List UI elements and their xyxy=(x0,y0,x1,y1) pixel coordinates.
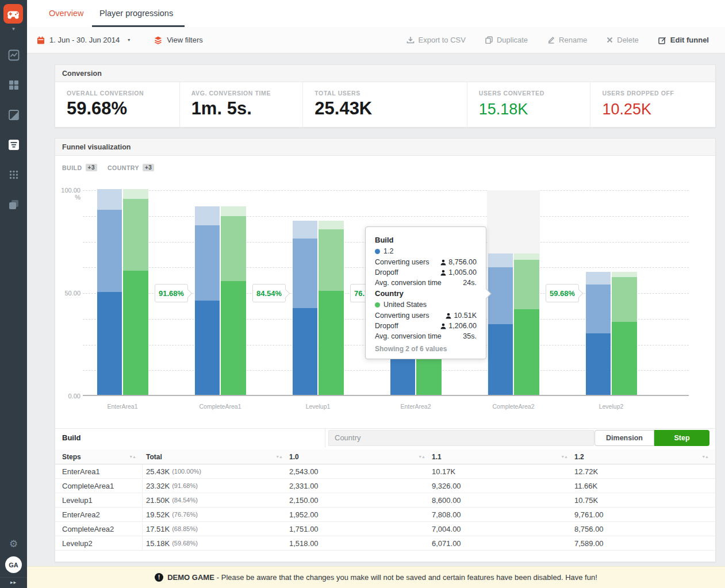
cell-step: Levelup1 xyxy=(55,493,143,507)
chip-country-badge[interactable]: +3 xyxy=(143,164,154,171)
total-value: 21.50K xyxy=(146,496,170,505)
export-csv-button[interactable]: Export to CSV xyxy=(406,36,466,44)
conversion-card: Conversion OVERALL CONVERSION59.68%AVG. … xyxy=(55,64,716,128)
country-bar-segment[interactable] xyxy=(612,277,637,322)
conversion-stat-1: OVERALL CONVERSION59.68% xyxy=(55,82,180,128)
build-bar-segment[interactable] xyxy=(293,221,317,238)
country-bar-segment[interactable] xyxy=(221,216,246,281)
sort-icon[interactable]: ▼▲ xyxy=(275,455,282,459)
sort-icon[interactable]: ▼▲ xyxy=(561,455,567,459)
table-row[interactable]: CompleteArea123.32K(91.68%)2,331.009,326… xyxy=(55,479,715,493)
dimension-tab-country[interactable]: Country xyxy=(328,430,594,446)
build-bar-segment[interactable] xyxy=(586,285,611,333)
build-bar-segment[interactable] xyxy=(195,301,220,395)
country-bar-segment[interactable] xyxy=(612,322,637,395)
sidebar-expand-icon[interactable]: ▸▸ xyxy=(0,579,27,585)
build-bar-segment[interactable] xyxy=(195,206,220,225)
build-bar-segment[interactable] xyxy=(586,272,611,284)
build-bar-segment[interactable] xyxy=(293,239,317,308)
series-color-dot xyxy=(375,249,380,254)
sort-icon[interactable]: ▼▲ xyxy=(701,455,708,459)
metric-value-text: 10.51K xyxy=(454,312,477,320)
sidebar-item-analytics[interactable] xyxy=(7,48,20,62)
tooltip-metric-row: Avg. conversion time35s. xyxy=(375,332,477,340)
country-bar-segment[interactable] xyxy=(221,206,246,216)
app-root: ▼ xyxy=(0,0,725,588)
metric-label: Avg. conversion time xyxy=(375,332,442,340)
country-bar-segment[interactable] xyxy=(221,281,246,395)
dimension-tab-build[interactable]: Build xyxy=(55,429,325,447)
cell-step: EnterArea2 xyxy=(55,508,143,521)
date-range-picker[interactable]: 1. Jun - 30. Jun 2014 ▾ xyxy=(37,36,130,44)
country-bar-segment[interactable] xyxy=(123,199,148,271)
sort-icon[interactable]: ▼▲ xyxy=(418,455,425,459)
build-bar-segment[interactable] xyxy=(586,333,611,395)
metric-value: 8,756.00 xyxy=(440,258,477,266)
table-row[interactable]: EnterArea219.52K(76.76%)1,952.007,808.00… xyxy=(55,508,715,522)
cell-build-1-2: 8,756.00 xyxy=(574,522,715,536)
stat-value: 25.43K xyxy=(314,98,467,119)
table-row[interactable]: CompleteArea217.51K(68.85%)1,751.007,004… xyxy=(55,522,715,536)
table-row[interactable]: EnterArea125.43K(100.00%)2,543.0010.17K1… xyxy=(55,464,715,479)
game-app-icon[interactable] xyxy=(3,4,23,24)
sidebar-item-dashboards[interactable] xyxy=(7,78,20,91)
conversion-stat-5: USERS DROPPED OFF10.25K xyxy=(590,82,715,128)
chip-build-badge[interactable]: +3 xyxy=(86,164,97,171)
metric-value: 10.51K xyxy=(446,312,477,320)
rename-label: Rename xyxy=(559,36,587,44)
ga-logo[interactable]: GA xyxy=(5,556,22,573)
demo-notice-bar: ! DEMO GAME - Please be aware that the c… xyxy=(27,566,725,588)
table-row[interactable]: Levelup121.50K(84.54%)2,150.008,600.0010… xyxy=(55,493,715,508)
funnel-card: Funnel visualization BUILD +3 COUNTRY +3… xyxy=(55,138,716,562)
toggle-dimension-button[interactable]: Dimension xyxy=(594,430,654,446)
build-bar-segment[interactable] xyxy=(97,189,122,210)
person-icon xyxy=(440,259,446,266)
stat-value: 15.18K xyxy=(479,101,590,118)
sidebar-item-reports[interactable] xyxy=(7,198,20,211)
build-bar-segment[interactable] xyxy=(97,292,122,395)
analytics-icon xyxy=(7,49,20,62)
value: 12.72K xyxy=(574,467,598,476)
toggle-step-button[interactable]: Step xyxy=(654,430,709,446)
sidebar-item-funnels-active[interactable] xyxy=(7,138,20,151)
series-color-dot xyxy=(375,302,380,308)
country-bar-segment[interactable] xyxy=(123,189,148,199)
funnel-toolbar: 1. Jun - 30. Jun 2014 ▾ View filters Exp… xyxy=(27,27,725,53)
table-row[interactable]: Levelup215.18K(59.68%)1,518.006,071.007,… xyxy=(55,536,715,551)
build-bar-segment[interactable] xyxy=(293,308,317,395)
cell-build-1-2: 11.66K xyxy=(574,479,715,493)
total-value: 15.18K xyxy=(146,539,170,548)
build-bar-segment[interactable] xyxy=(488,324,513,395)
table-header-steps: Steps▼▲ xyxy=(55,449,143,464)
tab-player-progressions[interactable]: Player progressions xyxy=(99,0,173,27)
build-bar-segment[interactable] xyxy=(97,210,122,292)
country-bar-segment[interactable] xyxy=(514,260,539,310)
delete-button[interactable]: Delete xyxy=(607,36,639,44)
country-bar-segment[interactable] xyxy=(319,229,344,291)
y-tick-50: 50.00 xyxy=(55,290,80,297)
sidebar-item-explore[interactable] xyxy=(7,108,20,121)
view-filters-button[interactable]: View filters xyxy=(154,36,203,44)
cell-total: 23.32K(91.68%) xyxy=(143,479,289,493)
build-bar-segment[interactable] xyxy=(488,253,513,268)
total-percent: (100.00%) xyxy=(172,468,201,475)
dimension-chips: BUILD +3 COUNTRY +3 xyxy=(62,164,154,171)
sidebar-item-benchmarks[interactable] xyxy=(7,168,20,181)
country-bar-segment[interactable] xyxy=(319,221,344,229)
country-bar-segment[interactable] xyxy=(319,291,344,395)
stat-label: TOTAL USERS xyxy=(314,90,467,97)
cell-build-1-0: 1,952.00 xyxy=(289,508,432,521)
duplicate-button[interactable]: Duplicate xyxy=(485,36,528,44)
edit-funnel-button[interactable]: Edit funnel xyxy=(658,36,709,44)
country-bar-segment[interactable] xyxy=(514,309,539,395)
country-bar-segment[interactable] xyxy=(612,272,637,276)
sort-icon[interactable]: ▼▲ xyxy=(129,455,136,459)
country-bar-segment[interactable] xyxy=(123,271,148,395)
country-bar-segment[interactable] xyxy=(514,253,539,260)
settings-gear-icon[interactable]: ⚙ xyxy=(0,538,27,550)
game-switcher-caret-icon[interactable]: ▼ xyxy=(0,26,27,32)
build-bar-segment[interactable] xyxy=(195,225,220,301)
rename-button[interactable]: Rename xyxy=(547,36,587,44)
build-bar-segment[interactable] xyxy=(488,267,513,324)
tab-overview[interactable]: Overview xyxy=(49,0,83,27)
